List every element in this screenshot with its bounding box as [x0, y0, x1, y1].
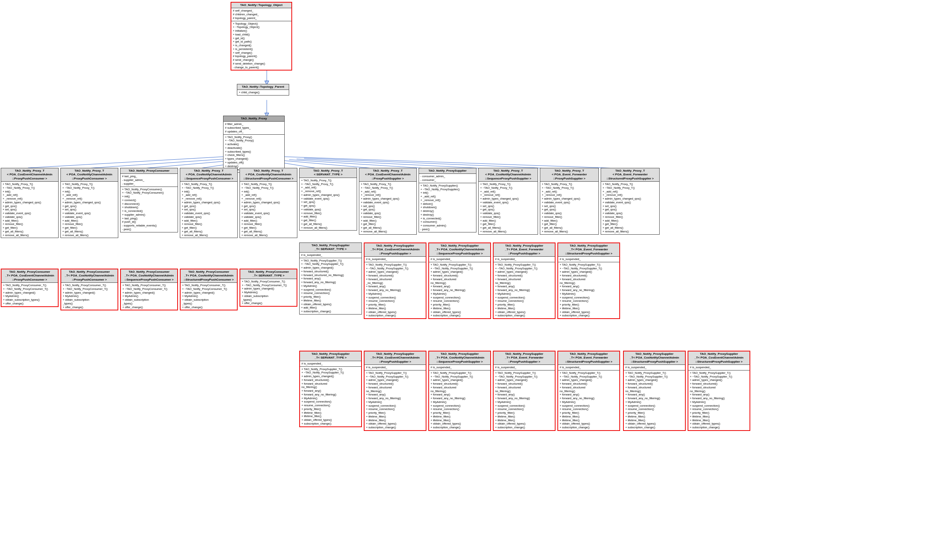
proxy-2-box: TAO_Notify_Proxy_T< POA_CosNotifyChannel…	[60, 168, 118, 238]
supplier-servant-box: TAO_Notify_ProxySupplier_T< SERVANT_TYPE…	[299, 243, 362, 314]
forward-structured-2-box: TAO_Notify_ProxySupplier_T< POA_CosEvent…	[688, 351, 750, 431]
bottom-1-box: TAO_Notify_ProxySupplier_T< SERVANT_TYPE…	[299, 351, 362, 427]
proxy-11-box: TAO_Notify_Proxy_T< POA_Event_Forwarder:…	[601, 168, 660, 235]
consumer-2-box: TAO_Notify_ProxyConsumer_T< POA_CosNotif…	[60, 269, 118, 311]
supplier-forwarder-box: TAO_Notify_ProxySupplier_T< POA_Event_Fo…	[493, 243, 556, 319]
tao-notify-proxy-box: TAO_Notify_Proxy # filter_admin_ # subsc…	[223, 115, 285, 173]
svg-line-12	[297, 159, 489, 169]
bottom-3-box: TAO_Notify_ProxySupplier_T< POA_CosNotif…	[428, 351, 491, 431]
proxy-7-box: TAO_Notify_Proxy_T< POA_CosEventChannelA…	[359, 168, 417, 235]
topology-object-methods: + Topology_Object() + ~Topology_Object()…	[231, 21, 291, 70]
supplier-sequence-box: TAO_Notify_ProxySupplier_T< POA_CosNotif…	[428, 243, 491, 319]
supplier-cosevent-box: TAO_Notify_ProxySupplier_T< POA_CosEvent…	[364, 243, 426, 319]
tao-notify-proxy-methods: + TAO_Notify_Proxy() + ~TAO_Notify_Proxy…	[223, 135, 284, 173]
svg-line-11	[289, 160, 431, 169]
consumer-3-box: TAO_Notify_ProxyConsumer_T< POA_CosNotif…	[120, 269, 178, 311]
proxy-consumer-box: TAO_Notify_ProxyConsumer # last_ping_ - …	[120, 168, 178, 232]
svg-line-5	[82, 158, 231, 169]
supplier-structured-forwarder-box: TAO_Notify_ProxySupplier_T< POA_Event_Fo…	[557, 243, 620, 319]
consumer-4-box: TAO_Notify_ProxyConsumer_T< POA_CosNotif…	[180, 269, 238, 311]
topology-parent-methods: + child_change()	[237, 90, 289, 95]
proxy-5-box: TAO_Notify_Proxy_T< POA_CosNotifyChannel…	[240, 168, 297, 238]
svg-line-13	[304, 158, 556, 169]
bottom-5-box: TAO_Notify_ProxySupplier_T< POA_Event_Fo…	[557, 351, 620, 431]
topology-object-attrs: # self_changed_ # children_changed_ # to…	[231, 8, 291, 21]
proxy-6-box: TAO_Notify_Proxy_T< SERVANT_TYPE > + TAO…	[299, 168, 357, 231]
topology-parent-header: TAO_Notify::Topology_Parent	[237, 84, 289, 90]
consumer-5-box: TAO_Notify_ProxyConsumer_T< SERVANT_TYPE…	[240, 269, 297, 307]
forward-structured-1-box: TAO_Notify_ProxySupplier_T< POA_CosNotif…	[623, 351, 686, 431]
proxy-9-box: TAO_Notify_Proxy_T< POA_CosNotifyChannel…	[478, 168, 538, 235]
tao-notify-proxy-attrs: # filter_admin_ # subscribed_types_ # up…	[223, 122, 284, 134]
diagram-container: TAO_Notify::Topology_Object # self_chang…	[0, 0, 951, 560]
svg-line-14	[284, 157, 627, 169]
tao-notify-proxy-header: TAO_Notify_Proxy	[223, 116, 284, 122]
consumer-1-box: TAO_Notify_ProxyConsumer_T< POA_CosEvent…	[1, 269, 58, 307]
svg-line-4	[28, 157, 223, 168]
topology-object-box: TAO_Notify::Topology_Object # self_chang…	[231, 2, 292, 71]
proxy-supplier-box: TAO_Notify_ProxySupplier - consumer_admi…	[419, 168, 476, 232]
proxy-4-box: TAO_Notify_Proxy_T< POA_CosNotifyChannel…	[180, 168, 238, 238]
topology-parent-box: TAO_Notify::Topology_Parent + child_chan…	[237, 84, 289, 95]
topology-object-header: TAO_Notify::Topology_Object	[231, 3, 291, 8]
proxy-10-box: TAO_Notify_Proxy_T< POA_Event_Forwarder:…	[540, 168, 599, 235]
svg-line-10	[282, 160, 377, 169]
bottom-2-box: TAO_Notify_ProxySupplier_T< POA_CosEvent…	[364, 351, 426, 431]
proxy-1-box: TAO_Notify_Proxy_T< POA_CosEventChannelA…	[1, 168, 58, 238]
bottom-4-box: TAO_Notify_ProxySupplier_T< POA_Event_Fo…	[493, 351, 556, 431]
